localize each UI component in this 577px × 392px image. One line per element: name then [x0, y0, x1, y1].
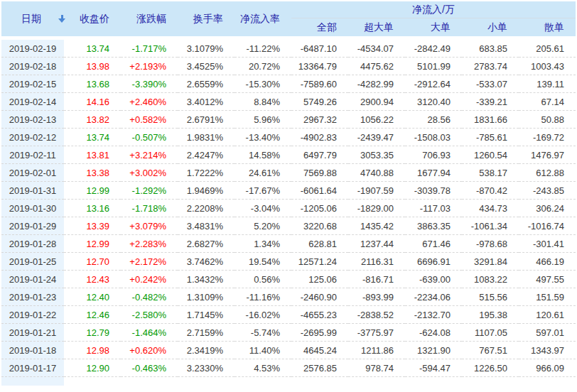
table-row: 2019-01-1812.98+0.620%2.3419%11.40%4645.… — [1, 342, 576, 359]
cell-date: 2019-01-22 — [1, 306, 64, 324]
cell-net-inflow-large: 671.46 — [405, 235, 462, 253]
cell-net-inflow-small: 1260.54 — [462, 146, 519, 164]
partial-row — [1, 377, 576, 386]
cell-net-inflow-rate: -11.22% — [234, 40, 291, 58]
cell-net-inflow-all: 2576.85 — [291, 359, 348, 377]
cell-net-inflow-scattered: 50.88 — [519, 111, 576, 129]
cell-net-inflow-super-large: -1829.00 — [348, 200, 405, 217]
cell-close-price: 13.82 — [64, 111, 121, 129]
cell-net-inflow-all: -6487.10 — [291, 40, 348, 58]
cell-change-percent: -3.390% — [121, 75, 178, 93]
cell-net-inflow-scattered: 1003.43 — [519, 58, 576, 75]
cell-change-percent: +0.242% — [121, 271, 178, 288]
cell-net-inflow-super-large: 1211.86 — [348, 342, 405, 359]
table-row: 2019-02-1113.81+3.214%2.4247%14.58%6497.… — [1, 146, 576, 164]
cell-change-percent: +2.460% — [121, 93, 178, 111]
cell-close-price: 12.40 — [64, 288, 121, 306]
sort-desc-icon[interactable] — [58, 14, 66, 23]
cell-date: 2019-01-24 — [1, 271, 64, 288]
cell-net-inflow-all: -2695.99 — [291, 324, 348, 342]
cell-net-inflow-rate: 24.61% — [234, 164, 291, 182]
cell-net-inflow-super-large: 4475.62 — [348, 58, 405, 75]
cell-close-price: 14.16 — [64, 93, 121, 111]
cell-net-inflow-scattered: 151.59 — [519, 288, 576, 306]
table-row: 2019-02-1813.98+2.193%3.4525%20.72%13364… — [1, 58, 576, 75]
cell-date: 2019-02-01 — [1, 164, 64, 182]
cell-net-inflow-large: -1508.03 — [405, 129, 462, 146]
cell-net-inflow-small: -1061.34 — [462, 217, 519, 235]
cell-turnover-rate: 1.9831% — [178, 129, 234, 146]
cell-change-percent: +0.582% — [121, 111, 178, 129]
cell-net-inflow-super-large: -4534.07 — [348, 40, 405, 58]
cell-change-percent: -2.580% — [121, 306, 178, 324]
header-net-inflow-scattered: 散单 — [519, 18, 576, 36]
cell-net-inflow-scattered: -243.85 — [519, 182, 576, 200]
table-row: 2019-02-1313.82+0.582%2.6791%5.96%2967.3… — [1, 111, 576, 129]
cell-net-inflow-large: -2132.70 — [405, 306, 462, 324]
cell-date: 2019-01-29 — [1, 217, 64, 235]
cell-close-price: 12.98 — [64, 342, 121, 359]
cell-net-inflow-small: 1226.50 — [462, 359, 519, 377]
cell-net-inflow-all: -4655.23 — [291, 306, 348, 324]
cell-change-percent: -1.464% — [121, 324, 178, 342]
table-row: 2019-02-1414.16+2.460%3.4012%8.84%5749.2… — [1, 93, 576, 111]
table-row: 2019-01-2812.99+2.283%2.6827%1.34%628.81… — [1, 235, 576, 253]
cell-net-inflow-rate: 20.72% — [234, 58, 291, 75]
cell-close-price: 12.46 — [64, 306, 121, 324]
cell-net-inflow-scattered: -1016.74 — [519, 217, 576, 235]
cell-net-inflow-rate: -17.67% — [234, 182, 291, 200]
cell-net-inflow-small: 767.51 — [462, 342, 519, 359]
cell-change-percent: +3.079% — [121, 217, 178, 235]
cell-net-inflow-scattered: -301.41 — [519, 235, 576, 253]
cell-net-inflow-small: 1831.66 — [462, 111, 519, 129]
cell-net-inflow-large: 1677.94 — [405, 164, 462, 182]
cell-change-percent: -0.482% — [121, 288, 178, 306]
cell-date: 2019-02-12 — [1, 129, 64, 146]
header-net-inflow-rate: 净流入率 — [234, 1, 291, 36]
cell-date: 2019-01-17 — [1, 359, 64, 377]
fund-flow-table: 日期 收盘价 涨跌幅 换手率 净流入率 净流入/万 全部 超大单 大单 小单 散… — [1, 1, 576, 386]
cell-net-inflow-super-large: 1237.44 — [348, 235, 405, 253]
cell-net-inflow-small: 538.17 — [462, 164, 519, 182]
table-row: 2019-01-2112.79-1.464%2.7159%-5.74%-2695… — [1, 324, 576, 342]
header-net-inflow-group: 净流入/万 — [291, 1, 576, 18]
cell-date: 2019-01-23 — [1, 288, 64, 306]
cell-change-percent: -0.507% — [121, 129, 178, 146]
cell-net-inflow-super-large: -4282.99 — [348, 75, 405, 93]
table-row: 2019-01-3013.16-1.718%2.2208%-3.04%-1205… — [1, 200, 576, 217]
cell-net-inflow-super-large: -2439.47 — [348, 129, 405, 146]
cell-net-inflow-small: 515.56 — [462, 288, 519, 306]
cell-turnover-rate: 2.3419% — [178, 342, 234, 359]
partial-cell — [64, 377, 121, 386]
cell-net-inflow-scattered: 612.88 — [519, 164, 576, 182]
cell-net-inflow-super-large: -816.71 — [348, 271, 405, 288]
cell-net-inflow-small: 1107.05 — [462, 324, 519, 342]
header-date[interactable]: 日期 — [1, 1, 64, 36]
cell-date: 2019-02-19 — [1, 40, 64, 58]
cell-date: 2019-02-14 — [1, 93, 64, 111]
table-row: 2019-02-1913.74-1.717%3.1079%-11.22%-648… — [1, 40, 576, 58]
cell-net-inflow-small: 683.85 — [462, 40, 519, 58]
cell-net-inflow-all: 125.06 — [291, 271, 348, 288]
cell-net-inflow-large: -624.08 — [405, 324, 462, 342]
cell-net-inflow-rate: 8.84% — [234, 93, 291, 111]
cell-change-percent: -1.717% — [121, 40, 178, 58]
cell-net-inflow-rate: 14.58% — [234, 146, 291, 164]
cell-change-percent: -1.292% — [121, 182, 178, 200]
cell-net-inflow-all: 628.81 — [291, 235, 348, 253]
cell-turnover-rate: 2.4247% — [178, 146, 234, 164]
cell-net-inflow-small: 434.73 — [462, 200, 519, 217]
cell-close-price: 13.16 — [64, 200, 121, 217]
table-row: 2019-01-2212.46-2.580%1.7145%-16.02%-465… — [1, 306, 576, 324]
cell-turnover-rate: 3.4831% — [178, 217, 234, 235]
cell-turnover-rate: 3.4012% — [178, 93, 234, 111]
cell-net-inflow-scattered: 597.01 — [519, 324, 576, 342]
cell-net-inflow-super-large: 2116.31 — [348, 253, 405, 271]
cell-turnover-rate: 2.7159% — [178, 324, 234, 342]
cell-net-inflow-rate: -5.74% — [234, 324, 291, 342]
cell-turnover-rate: 3.4525% — [178, 58, 234, 75]
cell-net-inflow-super-large: 1056.22 — [348, 111, 405, 129]
partial-cell — [519, 377, 576, 386]
fund-flow-panel: 日期 收盘价 涨跌幅 换手率 净流入率 净流入/万 全部 超大单 大单 小单 散… — [0, 0, 577, 386]
cell-net-inflow-large: -594.47 — [405, 359, 462, 377]
